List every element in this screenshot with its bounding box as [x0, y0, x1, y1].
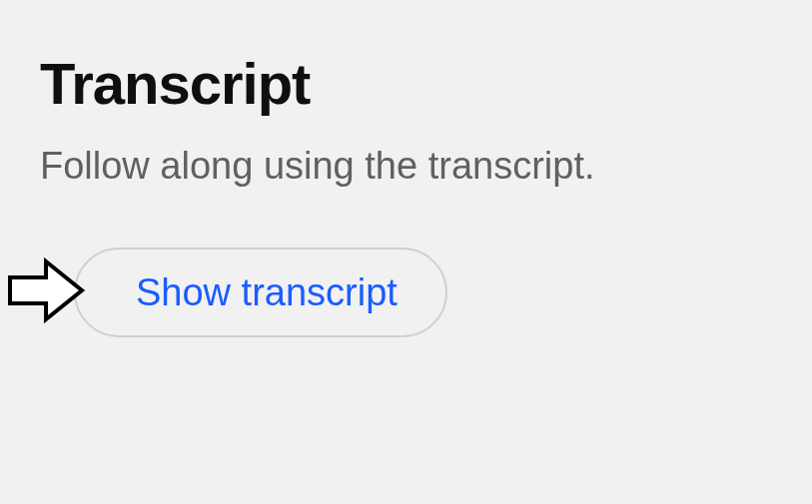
show-transcript-button[interactable]: Show transcript: [74, 248, 447, 337]
button-row: Show transcript: [40, 248, 772, 337]
transcript-description: Follow along using the transcript.: [40, 145, 772, 188]
transcript-heading: Transcript: [40, 50, 772, 117]
arrow-right-icon: [8, 257, 86, 327]
